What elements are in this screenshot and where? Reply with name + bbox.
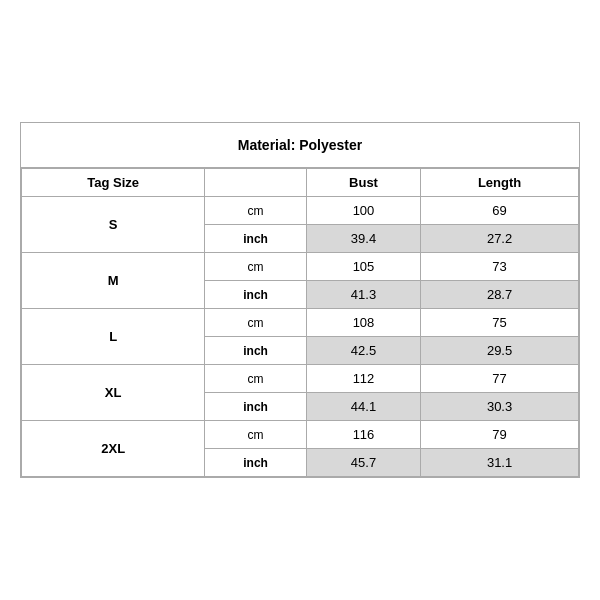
header-unit-col <box>205 169 307 197</box>
header-tag-size: Tag Size <box>22 169 205 197</box>
bust-inch: 42.5 <box>306 337 420 365</box>
unit-inch: inch <box>205 393 307 421</box>
tag-size-s: S <box>22 197 205 253</box>
tag-size-2xl: 2XL <box>22 421 205 477</box>
length-cm: 79 <box>421 421 579 449</box>
bust-cm: 112 <box>306 365 420 393</box>
length-cm: 69 <box>421 197 579 225</box>
unit-inch: inch <box>205 225 307 253</box>
size-chart-container: Material: Polyester Tag Size Bust Length… <box>20 122 580 478</box>
unit-inch: inch <box>205 337 307 365</box>
size-table: Tag Size Bust Length Scm10069inch39.427.… <box>21 168 579 477</box>
tag-size-l: L <box>22 309 205 365</box>
bust-inch: 41.3 <box>306 281 420 309</box>
unit-inch: inch <box>205 449 307 477</box>
table-row: Scm10069 <box>22 197 579 225</box>
table-header-row: Tag Size Bust Length <box>22 169 579 197</box>
bust-cm: 108 <box>306 309 420 337</box>
table-row: Lcm10875 <box>22 309 579 337</box>
unit-cm: cm <box>205 365 307 393</box>
length-inch: 31.1 <box>421 449 579 477</box>
bust-inch: 44.1 <box>306 393 420 421</box>
table-row: XLcm11277 <box>22 365 579 393</box>
length-inch: 30.3 <box>421 393 579 421</box>
table-row: Mcm10573 <box>22 253 579 281</box>
unit-inch: inch <box>205 281 307 309</box>
length-inch: 29.5 <box>421 337 579 365</box>
length-inch: 27.2 <box>421 225 579 253</box>
length-inch: 28.7 <box>421 281 579 309</box>
bust-cm: 100 <box>306 197 420 225</box>
length-cm: 73 <box>421 253 579 281</box>
tag-size-m: M <box>22 253 205 309</box>
unit-cm: cm <box>205 253 307 281</box>
header-length: Length <box>421 169 579 197</box>
unit-cm: cm <box>205 421 307 449</box>
bust-cm: 116 <box>306 421 420 449</box>
header-bust: Bust <box>306 169 420 197</box>
tag-size-xl: XL <box>22 365 205 421</box>
bust-inch: 39.4 <box>306 225 420 253</box>
bust-cm: 105 <box>306 253 420 281</box>
chart-title: Material: Polyester <box>21 123 579 168</box>
unit-cm: cm <box>205 309 307 337</box>
table-row: 2XLcm11679 <box>22 421 579 449</box>
length-cm: 77 <box>421 365 579 393</box>
unit-cm: cm <box>205 197 307 225</box>
bust-inch: 45.7 <box>306 449 420 477</box>
length-cm: 75 <box>421 309 579 337</box>
